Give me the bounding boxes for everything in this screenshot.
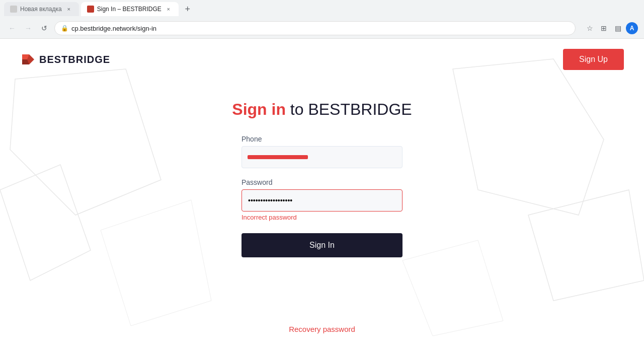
signup-button[interactable]: Sign Up	[563, 49, 624, 70]
password-label: Password	[242, 178, 403, 186]
form-container: Sign in to BESTBRIDGE Phone Password Inc…	[0, 80, 644, 257]
tab-close-1[interactable]: ×	[65, 5, 73, 13]
url-bar[interactable]: 🔒 cp.bestbridge.network/sign-in	[54, 21, 576, 35]
signin-button[interactable]: Sign In	[242, 233, 403, 257]
phone-form-group: Phone	[242, 135, 403, 168]
recovery-password-link[interactable]: Recovery password	[289, 325, 355, 333]
form-box: Phone Password Incorrect password Sign I…	[242, 135, 403, 257]
logo-icon	[20, 52, 34, 66]
forward-button[interactable]: →	[22, 22, 34, 34]
logo: BESTBRIDGE	[20, 52, 110, 66]
tab-favicon-1	[10, 6, 17, 13]
bookmark-icon[interactable]: ☆	[584, 22, 596, 34]
password-form-group: Password Incorrect password	[242, 178, 403, 221]
extensions-icon[interactable]: ⊞	[598, 22, 610, 34]
phone-label: Phone	[242, 135, 403, 143]
phone-redact-bar	[248, 155, 308, 159]
form-title: Sign in to BESTBRIDGE	[232, 100, 412, 119]
new-tab-button[interactable]: +	[181, 2, 195, 16]
password-input[interactable]	[242, 189, 403, 212]
browser-chrome: Новая вкладка × Sign In – BESTBRIDGE × +…	[0, 0, 644, 39]
back-button[interactable]: ←	[6, 22, 18, 34]
url-text: cp.bestbridge.network/sign-in	[71, 25, 156, 32]
error-message: Incorrect password	[242, 214, 403, 221]
form-title-rest: to BESTBRIDGE	[286, 100, 412, 118]
logo-text: BESTBRIDGE	[39, 54, 110, 65]
lock-icon: 🔒	[61, 25, 68, 32]
tab-inactive[interactable]: Новая вкладка ×	[4, 2, 79, 16]
sidebar-toggle[interactable]: ▤	[612, 22, 624, 34]
header: BESTBRIDGE Sign Up	[0, 39, 644, 80]
reload-button[interactable]: ↺	[38, 22, 50, 34]
address-bar: ← → ↺ 🔒 cp.bestbridge.network/sign-in ☆ …	[0, 18, 644, 38]
profile-avatar[interactable]: A	[626, 22, 638, 34]
tab-bar: Новая вкладка × Sign In – BESTBRIDGE × +	[0, 0, 644, 18]
page-content: BESTBRIDGE Sign Up Sign in to BESTBRIDGE…	[0, 39, 644, 348]
form-title-highlight: Sign in	[232, 100, 286, 118]
tab-active[interactable]: Sign In – BESTBRIDGE ×	[81, 2, 179, 16]
tab-favicon-2	[87, 6, 94, 13]
phone-input-wrapper	[242, 146, 403, 168]
tab-close-2[interactable]: ×	[165, 5, 173, 13]
toolbar-icons: ☆ ⊞ ▤ A	[584, 22, 638, 34]
tab-label-1: Новая вкладка	[20, 6, 62, 13]
tab-label-2: Sign In – BESTBRIDGE	[97, 6, 162, 13]
